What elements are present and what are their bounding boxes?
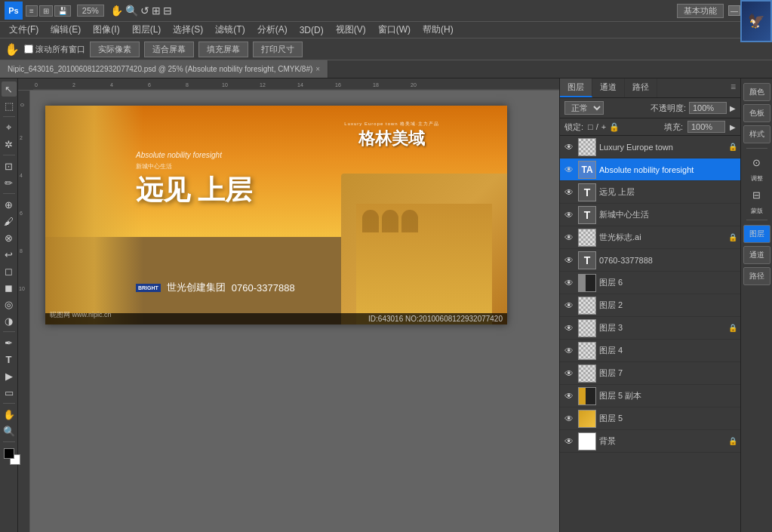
eraser-tool[interactable]: ◻ (2, 263, 17, 278)
tab-close-button[interactable]: × (315, 65, 320, 73)
tab-channels[interactable]: 通道 (592, 78, 625, 97)
shape-tool[interactable]: ▭ (2, 385, 17, 400)
layer-visibility-toggle[interactable]: 👁 (563, 435, 575, 447)
menu-view[interactable]: 视图(V) (330, 23, 372, 36)
menu-help[interactable]: 帮助(H) (417, 23, 460, 36)
document-tab[interactable]: Nipic_643016_20100608122932077420.psd @ … (0, 60, 328, 78)
layers-button-right[interactable]: 图层 (743, 225, 770, 243)
hand-tool-icon[interactable]: ✋ (110, 5, 123, 17)
layer-visibility-toggle[interactable]: 👁 (563, 209, 575, 221)
menu-analysis[interactable]: 分析(A) (251, 23, 294, 36)
scroll-all-checkbox[interactable] (24, 45, 33, 54)
zoom-tool[interactable]: 🔍 (2, 423, 17, 438)
menu-image[interactable]: 图像(I) (87, 23, 125, 36)
arrange-icon[interactable]: ⊞ (152, 5, 161, 17)
layer-item[interactable]: 👁背景🔒 (560, 430, 740, 453)
color-panel-button[interactable]: 颜色 (743, 83, 770, 101)
layer-visibility-toggle[interactable]: 👁 (563, 300, 575, 312)
lock-image-icon[interactable]: / (596, 122, 598, 132)
swatches-panel-button[interactable]: 色板 (743, 104, 770, 122)
opacity-input[interactable] (689, 102, 727, 114)
layer-item[interactable]: 👁图层 6 (560, 272, 740, 294)
layer-visibility-toggle[interactable]: 👁 (563, 186, 575, 198)
rotate-icon[interactable]: ↺ (140, 5, 149, 17)
layer-visibility-toggle[interactable]: 👁 (563, 390, 575, 402)
layer-visibility-toggle[interactable]: 👁 (563, 232, 575, 244)
lasso-tool[interactable]: ⌖ (2, 120, 17, 135)
layer-visibility-toggle[interactable]: 👁 (563, 164, 575, 176)
layer-item[interactable]: 👁TAAbsolute nobility foresight (560, 158, 740, 181)
masks-label[interactable]: 蒙版 (751, 207, 763, 215)
channels-button-right[interactable]: 通道 (743, 246, 770, 264)
tab-layers[interactable]: 图层 (560, 78, 592, 97)
layer-item[interactable]: 👁图层 4 (560, 340, 740, 362)
layout-icon[interactable]: ⊟ (163, 5, 172, 17)
fill-arrow[interactable]: ▶ (730, 123, 736, 131)
layer-item[interactable]: 👁Luxury Europe town🔒 (560, 136, 740, 158)
paths-button-right[interactable]: 路径 (743, 267, 770, 285)
menu-3d[interactable]: 3D(D) (294, 25, 330, 35)
masks-icon[interactable]: ⊟ (746, 186, 768, 204)
preset-selector[interactable]: 基本功能 (677, 4, 724, 18)
layer-visibility-toggle[interactable]: 👁 (563, 254, 575, 266)
zoom-tool-icon[interactable]: 🔍 (125, 5, 138, 17)
magic-wand-tool[interactable]: ✲ (2, 137, 17, 152)
spot-heal-tool[interactable]: ⊕ (2, 197, 17, 212)
hand-tool[interactable]: ✋ (2, 407, 17, 422)
layer-visibility-toggle[interactable]: 👁 (563, 322, 575, 334)
layer-item[interactable]: 👁T远见 上层 (560, 181, 740, 204)
clone-tool[interactable]: ⊗ (2, 230, 17, 245)
save-icon[interactable]: 💾 (54, 5, 71, 17)
actual-pixels-button[interactable]: 实际像素 (90, 42, 140, 57)
layers-more-button[interactable]: ≡ (726, 78, 740, 97)
menu-file[interactable]: 文件(F) (3, 23, 45, 36)
opacity-arrow[interactable]: ▶ (730, 104, 736, 112)
pen-tool[interactable]: ✒ (2, 335, 17, 350)
text-tool[interactable]: T (2, 352, 17, 367)
adjustments-label[interactable]: 调整 (751, 174, 763, 183)
layer-item[interactable]: 👁图层 3🔒 (560, 317, 740, 340)
gradient-tool[interactable]: ◼ (2, 280, 17, 295)
menu-select[interactable]: 选择(S) (167, 23, 209, 36)
adjustments-icon[interactable]: ⊙ (746, 153, 768, 171)
print-size-button[interactable]: 打印尺寸 (253, 42, 303, 57)
foreground-color[interactable] (4, 448, 14, 459)
dodge-tool[interactable]: ◑ (2, 313, 17, 328)
blur-tool[interactable]: ◎ (2, 297, 17, 312)
blend-mode-select[interactable]: 正常 (564, 101, 604, 115)
tab-paths[interactable]: 路径 (625, 78, 657, 97)
move-tool[interactable]: ↖ (2, 81, 17, 97)
menu-filter[interactable]: 滤镜(T) (209, 23, 251, 36)
history-brush-tool[interactable]: ↩ (2, 247, 17, 262)
layer-visibility-toggle[interactable]: 👁 (563, 413, 575, 425)
lock-position-icon[interactable]: + (601, 122, 606, 132)
doc-icon[interactable]: ⊞ (39, 5, 53, 17)
layer-visibility-toggle[interactable]: 👁 (563, 277, 575, 289)
layer-item[interactable]: 👁T新城中心生活 (560, 204, 740, 226)
menu-edit[interactable]: 编辑(E) (45, 23, 87, 36)
layer-visibility-toggle[interactable]: 👁 (563, 345, 575, 357)
eyedropper-tool[interactable]: ✏ (2, 175, 17, 190)
zoom-display[interactable]: 25% (77, 5, 104, 17)
menu-window[interactable]: 窗口(W) (372, 23, 417, 36)
lock-all-icon[interactable]: 🔒 (609, 122, 620, 132)
fit-screen-button[interactable]: 适合屏幕 (144, 42, 194, 57)
layer-item[interactable]: 👁图层 2 (560, 294, 740, 317)
lock-transparent-icon[interactable]: □ (588, 122, 593, 132)
menu-layer[interactable]: 图层(L) (126, 23, 168, 36)
layer-visibility-toggle[interactable]: 👁 (563, 141, 575, 153)
layer-item[interactable]: 👁图层 5 副本 (560, 385, 740, 407)
minimize-button[interactable]: — (728, 5, 740, 16)
styles-panel-button[interactable]: 样式 (743, 125, 770, 143)
file-icon[interactable]: ≡ (26, 5, 38, 17)
brush-tool[interactable]: 🖌 (2, 214, 17, 229)
marquee-tool[interactable]: ⬚ (2, 98, 17, 113)
crop-tool[interactable]: ⊡ (2, 158, 17, 174)
fill-input[interactable] (687, 121, 725, 133)
layer-item[interactable]: 👁图层 5 (560, 407, 740, 430)
path-select-tool[interactable]: ▶ (2, 368, 17, 383)
fill-screen-button[interactable]: 填充屏幕 (198, 42, 248, 57)
layer-item[interactable]: 👁世光标志.ai🔒 (560, 226, 740, 249)
layer-visibility-toggle[interactable]: 👁 (563, 367, 575, 380)
layer-item[interactable]: 👁图层 7 (560, 362, 740, 385)
